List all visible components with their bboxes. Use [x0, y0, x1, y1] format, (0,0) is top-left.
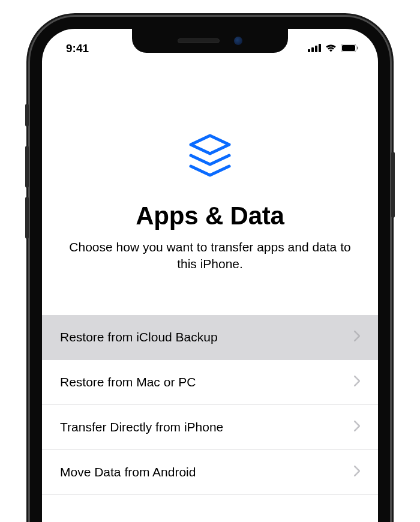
chevron-right-icon — [354, 420, 360, 434]
mute-switch — [25, 104, 29, 127]
notch — [132, 29, 288, 53]
option-label: Restore from iCloud Backup — [60, 330, 354, 344]
page-title: Apps & Data — [42, 202, 378, 230]
option-transfer-iphone[interactable]: Transfer Directly from iPhone — [42, 405, 378, 450]
phone-frame: 9:41 — [30, 17, 390, 522]
volume-down-button — [25, 197, 29, 239]
svg-rect-6 — [357, 47, 358, 50]
svg-rect-2 — [315, 46, 317, 52]
battery-icon — [341, 42, 359, 55]
wifi-icon — [325, 42, 337, 55]
option-label: Transfer Directly from iPhone — [60, 420, 354, 434]
setup-content: Apps & Data Choose how you want to trans… — [42, 59, 378, 495]
status-indicators — [308, 42, 359, 55]
page-subtitle: Choose how you want to transfer apps and… — [42, 239, 378, 273]
option-label: Move Data from Android — [60, 465, 354, 479]
svg-rect-3 — [319, 44, 321, 52]
option-restore-icloud[interactable]: Restore from iCloud Backup — [42, 315, 378, 360]
apps-data-icon — [183, 131, 237, 185]
side-button — [391, 152, 395, 218]
svg-rect-0 — [308, 49, 310, 52]
svg-rect-5 — [342, 45, 355, 51]
option-restore-mac-pc[interactable]: Restore from Mac or PC — [42, 360, 378, 405]
options-list: Restore from iCloud Backup Restore from … — [42, 315, 378, 495]
status-time: 9:41 — [66, 42, 108, 55]
chevron-right-icon — [354, 375, 360, 389]
option-move-android[interactable]: Move Data from Android — [42, 450, 378, 495]
chevron-right-icon — [354, 330, 360, 344]
screen: 9:41 — [42, 29, 378, 522]
cellular-icon — [308, 42, 321, 55]
volume-up-button — [25, 146, 29, 188]
front-camera — [234, 37, 242, 45]
option-label: Restore from Mac or PC — [60, 375, 354, 389]
speaker — [178, 38, 220, 43]
chevron-right-icon — [354, 465, 360, 479]
svg-rect-1 — [311, 47, 314, 52]
